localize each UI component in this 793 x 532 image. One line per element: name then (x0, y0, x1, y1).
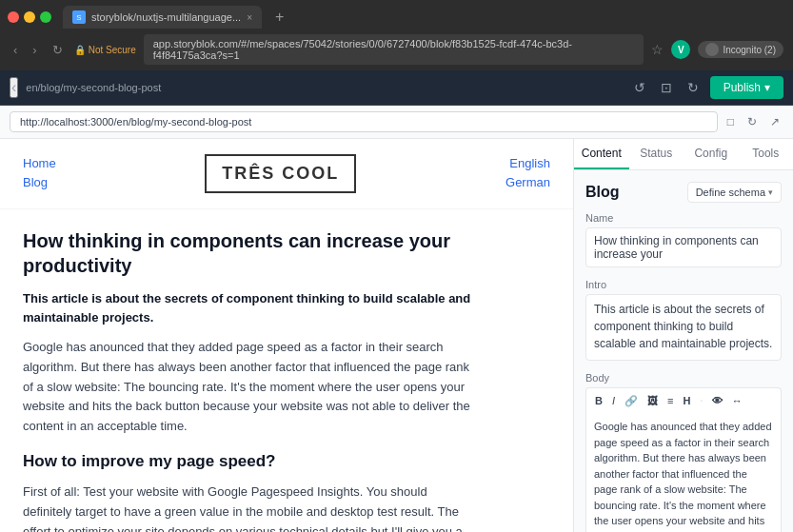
tab-favicon: S (72, 10, 86, 24)
traffic-light-green[interactable] (40, 11, 51, 23)
preview-refresh-button[interactable]: ↻ (743, 113, 761, 130)
article-h2: How to improve my page speed? (23, 452, 472, 471)
nav-right: English German (506, 154, 550, 192)
body-field-label: Body (585, 372, 782, 384)
panel-content: Blog Define schema ▾ Name How thinking i… (574, 170, 793, 532)
site-logo: TRÊS COOL (205, 154, 356, 193)
address-bar[interactable]: app.storyblok.com/#/me/spaces/75042/stor… (144, 34, 644, 65)
toolbar-bold[interactable]: B (592, 393, 605, 408)
right-panel: Content Status Config Tools Blog Define … (574, 139, 793, 532)
breadcrumb: en/blog/my-second-blog-post (26, 82, 161, 93)
vivaldi-logo: V (671, 40, 690, 59)
tab-tools[interactable]: Tools (739, 139, 794, 169)
panel-tabs: Content Status Config Tools (574, 139, 793, 170)
preview-pane: Home Blog TRÊS COOL English German How t… (0, 139, 574, 532)
traffic-light-red[interactable] (8, 11, 19, 23)
publish-dropdown-icon: ▾ (764, 81, 770, 94)
refresh-button[interactable]: ↻ (49, 41, 67, 59)
publish-button[interactable]: Publish ▾ (710, 76, 783, 99)
nav-blog-link[interactable]: Blog (23, 175, 48, 189)
toolbar-link[interactable]: 🔗 (622, 393, 641, 409)
tab-title: storyblok/nuxtjs-multilanguage... (91, 11, 241, 23)
preview-url-input[interactable] (10, 111, 718, 132)
nav-english-link[interactable]: English (509, 156, 550, 170)
incognito-button[interactable]: Incognito (2) (698, 41, 783, 58)
define-schema-dropdown-icon: ▾ (768, 187, 773, 197)
forward-button[interactable]: › (29, 41, 40, 59)
copy-button[interactable]: ⊡ (657, 78, 676, 97)
define-schema-label: Define schema (696, 187, 765, 198)
body-toolbar: B I 🔗 🖼 ≡ H · 👁 ↔ (585, 387, 782, 413)
article-body-2: First of all: Test your website with Goo… (23, 483, 472, 532)
toolbar-image[interactable]: 🖼 (644, 393, 661, 408)
tab-close-button[interactable]: × (247, 12, 252, 23)
intro-field-label: Intro (585, 279, 782, 290)
nav-home-link[interactable]: Home (23, 156, 56, 170)
new-tab-button[interactable]: + (269, 7, 289, 28)
toolbar-expand[interactable]: ↔ (729, 393, 745, 408)
body-field-value[interactable]: Google has anounced that they added page… (585, 413, 782, 532)
nav-german-link[interactable]: German (506, 175, 550, 189)
incognito-icon (705, 43, 719, 56)
article-lead: This article is about the secrets of com… (23, 289, 472, 326)
external-link-button[interactable]: ↗ (766, 113, 783, 130)
redo-button[interactable]: ↻ (684, 78, 703, 97)
name-field-value[interactable]: How thinking in components can increase … (585, 227, 782, 267)
sb-back-button[interactable]: ‹ (10, 77, 18, 98)
intro-field-value[interactable]: This article is about the secrets of com… (585, 294, 782, 361)
article-body-1: Google has anounced that they added page… (23, 338, 472, 437)
publish-label: Publish (724, 81, 761, 94)
tab-content[interactable]: Content (574, 139, 629, 169)
undo-button[interactable]: ↺ (630, 78, 649, 97)
incognito-label: Incognito (2) (723, 45, 776, 55)
toolbar-eye[interactable]: 👁 (709, 393, 725, 408)
security-label: Not Secure (89, 45, 136, 55)
toolbar-italic[interactable]: I (609, 393, 618, 408)
name-field-label: Name (585, 212, 782, 224)
nav-left: Home Blog (23, 154, 56, 192)
browser-tab[interactable]: S storyblok/nuxtjs-multilanguage... × (63, 6, 262, 29)
toolbar-separator: · (699, 392, 703, 409)
toolbar-list[interactable]: ≡ (664, 393, 676, 408)
panel-section-title: Blog (585, 184, 620, 201)
back-button[interactable]: ‹ (10, 41, 21, 59)
traffic-light-yellow[interactable] (24, 11, 35, 23)
security-indicator: 🔒 Not Secure (74, 45, 136, 55)
tab-status[interactable]: Status (629, 139, 684, 169)
tab-config[interactable]: Config (684, 139, 739, 169)
define-schema-button[interactable]: Define schema ▾ (687, 182, 782, 203)
lock-icon: 🔒 (74, 45, 86, 55)
bookmark-button[interactable]: ☆ (651, 42, 664, 57)
mobile-view-button[interactable]: □ (724, 113, 738, 130)
toolbar-heading[interactable]: H (680, 393, 693, 408)
article-title: How thinking in components can increase … (23, 228, 472, 278)
